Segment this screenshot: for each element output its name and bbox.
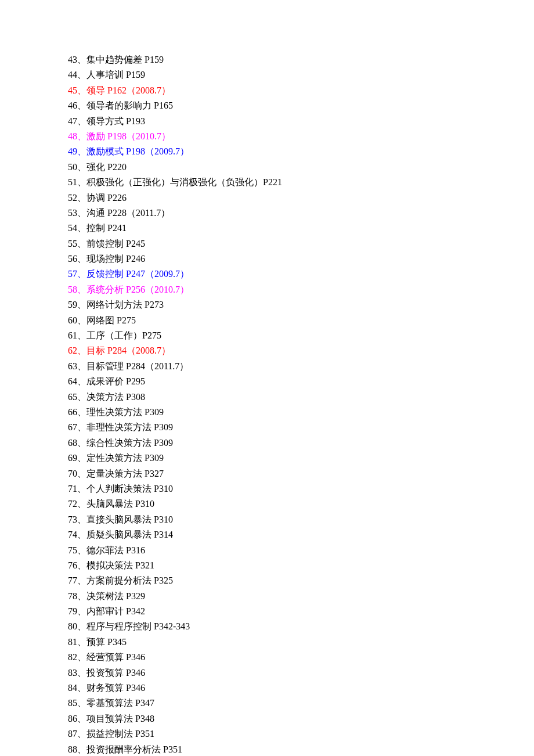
- list-item: 45、领导 P162（2008.7）: [68, 83, 534, 98]
- list-item: 43、集中趋势偏差 P159: [68, 52, 534, 67]
- list-item: 58、系统分析 P256（2010.7）: [68, 282, 534, 297]
- list-item: 73、直接头脑风暴法 P310: [68, 512, 534, 527]
- list-item: 71、个人判断决策法 P310: [68, 481, 534, 496]
- list-item: 86、项目预算法 P348: [68, 711, 534, 726]
- list-item: 49、激励模式 P198（2009.7）: [68, 144, 534, 159]
- list-item: 59、网络计划方法 P273: [68, 297, 534, 312]
- list-item: 51、积极强化（正强化）与消极强化（负强化）P221: [68, 175, 534, 190]
- list-item: 64、成果评价 P295: [68, 374, 534, 389]
- list-item: 81、预算 P345: [68, 635, 534, 650]
- list-item: 65、决策方法 P308: [68, 390, 534, 405]
- list-item: 83、投资预算 P346: [68, 665, 534, 681]
- list-item: 88、投资报酬率分析法 P351: [68, 742, 534, 756]
- list-item: 87、损益控制法 P351: [68, 726, 534, 741]
- list-item: 67、非理性决策方法 P309: [68, 420, 534, 435]
- list-item: 63、目标管理 P284（2011.7）: [68, 359, 534, 374]
- list-item: 75、德尔菲法 P316: [68, 543, 534, 558]
- list-item: 50、强化 P220: [68, 160, 534, 175]
- list-item: 80、程序与程序控制 P342-343: [68, 619, 534, 634]
- list-item: 61、工序（工作）P275: [68, 328, 534, 343]
- list-item: 78、决策树法 P329: [68, 589, 534, 604]
- list-item: 62、目标 P284（2008.7）: [68, 343, 534, 358]
- list-item: 79、内部审计 P342: [68, 604, 534, 619]
- list-item: 60、网络图 P275: [68, 313, 534, 328]
- list-item: 57、反馈控制 P247（2009.7）: [68, 267, 534, 282]
- list-item: 56、现场控制 P246: [68, 251, 534, 267]
- list-item: 46、领导者的影响力 P165: [68, 98, 534, 113]
- document-page: 43、集中趋势偏差 P15944、人事培训 P15945、领导 P162（200…: [0, 0, 534, 756]
- list-item: 82、经营预算 P346: [68, 650, 534, 665]
- list-item: 68、综合性决策方法 P309: [68, 435, 534, 451]
- list-item: 55、前馈控制 P245: [68, 236, 534, 251]
- list-item: 72、头脑风暴法 P310: [68, 496, 534, 512]
- list-item: 84、财务预算 P346: [68, 681, 534, 696]
- list-item: 48、激励 P198（2010.7）: [68, 129, 534, 144]
- list-item: 77、方案前提分析法 P325: [68, 573, 534, 588]
- list-item: 52、协调 P226: [68, 190, 534, 206]
- list-item: 66、理性决策方法 P309: [68, 405, 534, 420]
- list-item: 47、领导方式 P193: [68, 114, 534, 129]
- list-item: 76、模拟决策法 P321: [68, 558, 534, 573]
- list-item: 85、零基预算法 P347: [68, 696, 534, 711]
- list-item: 69、定性决策方法 P309: [68, 451, 534, 466]
- list-item: 53、沟通 P228（2011.7）: [68, 206, 534, 221]
- list-item: 74、质疑头脑风暴法 P314: [68, 527, 534, 542]
- term-list: 43、集中趋势偏差 P15944、人事培训 P15945、领导 P162（200…: [68, 52, 534, 756]
- list-item: 70、定量决策方法 P327: [68, 466, 534, 481]
- list-item: 44、人事培训 P159: [68, 67, 534, 82]
- list-item: 54、控制 P241: [68, 221, 534, 236]
